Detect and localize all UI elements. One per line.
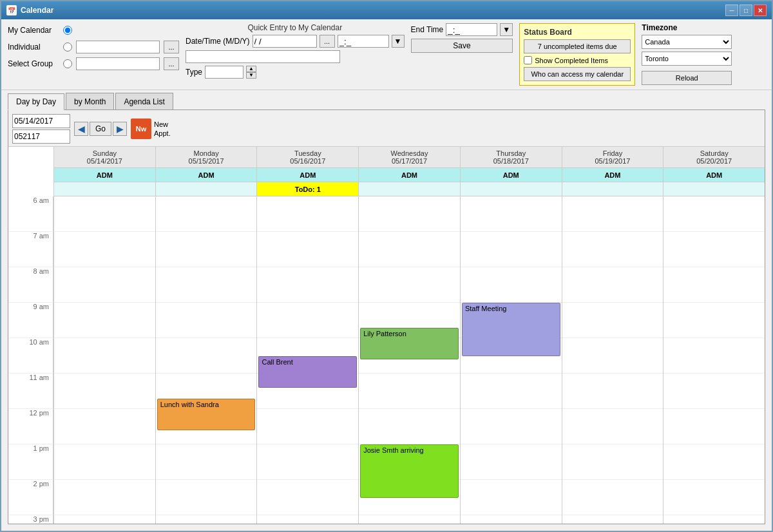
allday-cell-tue-todo[interactable]: ToDo: 1 bbox=[256, 182, 358, 196]
hour-cell-2-9[interactable] bbox=[257, 515, 358, 524]
allday-cell-wed-adm[interactable]: ADM bbox=[358, 168, 460, 182]
my-calendar-radio[interactable] bbox=[63, 26, 72, 35]
hour-cell-5-9[interactable] bbox=[562, 515, 663, 524]
hour-cell-6-0[interactable] bbox=[663, 196, 765, 232]
day-col-5[interactable] bbox=[562, 196, 663, 524]
description-input[interactable] bbox=[186, 50, 340, 63]
hour-cell-0-1[interactable] bbox=[54, 232, 155, 267]
allday-cell-tue-adm[interactable]: ADM bbox=[256, 168, 358, 182]
individual-input[interactable] bbox=[76, 41, 160, 53]
hour-cell-0-7[interactable] bbox=[54, 444, 155, 480]
day-col-0[interactable] bbox=[53, 196, 155, 524]
hour-cell-5-6[interactable] bbox=[562, 409, 663, 444]
hour-cell-1-1[interactable] bbox=[156, 232, 257, 267]
time-dropdown-button[interactable]: ▼ bbox=[392, 35, 405, 48]
hour-cell-2-8[interactable] bbox=[257, 480, 358, 515]
hour-cell-1-7[interactable] bbox=[156, 444, 257, 480]
day-col-3[interactable]: Lily PattersonJosie Smth arriving bbox=[358, 196, 460, 524]
type-down-button[interactable]: ▼ bbox=[246, 72, 256, 79]
end-time-input[interactable] bbox=[446, 23, 497, 36]
hour-cell-2-7[interactable] bbox=[257, 444, 358, 480]
hour-cell-0-6[interactable] bbox=[54, 409, 155, 444]
event-call-brent[interactable]: Call Brent bbox=[258, 356, 357, 388]
hour-cell-1-0[interactable] bbox=[156, 196, 257, 232]
type-input[interactable] bbox=[205, 66, 243, 79]
hour-cell-1-9[interactable] bbox=[156, 515, 257, 524]
close-button[interactable]: ✕ bbox=[754, 5, 767, 16]
day-col-6[interactable] bbox=[663, 196, 765, 524]
hour-cell-6-5[interactable] bbox=[663, 374, 765, 409]
hour-cell-3-0[interactable] bbox=[359, 196, 460, 232]
end-time-dropdown-button[interactable]: ▼ bbox=[500, 23, 513, 36]
hour-cell-5-0[interactable] bbox=[562, 196, 663, 232]
tab-agenda-list[interactable]: Agenda List bbox=[115, 93, 173, 109]
hour-cell-6-7[interactable] bbox=[663, 444, 765, 480]
tab-by-month[interactable]: by Month bbox=[66, 93, 114, 109]
individual-browse-button[interactable]: ... bbox=[164, 41, 179, 53]
event-lunch-sandra[interactable]: Lunch with Sandra bbox=[157, 399, 256, 431]
save-button[interactable]: Save bbox=[411, 39, 513, 53]
hour-cell-5-1[interactable] bbox=[562, 232, 663, 267]
hour-cell-0-2[interactable] bbox=[54, 267, 155, 303]
hour-cell-3-5[interactable] bbox=[359, 374, 460, 409]
allday-cell-sun-adm[interactable]: ADM bbox=[53, 168, 155, 182]
hour-cell-5-4[interactable] bbox=[562, 338, 663, 374]
hour-cell-2-6[interactable] bbox=[257, 409, 358, 444]
maximize-button[interactable]: □ bbox=[740, 5, 752, 16]
tab-day-by-day[interactable]: Day by Day bbox=[8, 93, 64, 110]
hour-cell-2-3[interactable] bbox=[257, 303, 358, 338]
hour-cell-5-7[interactable] bbox=[562, 444, 663, 480]
hour-cell-6-8[interactable] bbox=[663, 480, 765, 515]
hour-cell-1-4[interactable] bbox=[156, 338, 257, 374]
hour-cell-0-3[interactable] bbox=[54, 303, 155, 338]
show-completed-checkbox[interactable] bbox=[524, 56, 532, 64]
event-staff-meeting[interactable]: Staff Meeting bbox=[462, 303, 560, 356]
country-select[interactable]: Canada USA UK bbox=[642, 35, 732, 49]
hour-cell-4-9[interactable] bbox=[461, 515, 562, 524]
minimize-button[interactable]: ─ bbox=[725, 5, 738, 16]
hour-cell-2-1[interactable] bbox=[257, 232, 358, 267]
hour-cell-4-2[interactable] bbox=[461, 267, 562, 303]
city-select[interactable]: Toronto Vancouver Montreal bbox=[642, 52, 732, 66]
allday-cell-fri-adm[interactable]: ADM bbox=[562, 168, 663, 182]
hour-cell-0-4[interactable] bbox=[54, 338, 155, 374]
hour-cell-0-9[interactable] bbox=[54, 515, 155, 524]
hour-cell-1-2[interactable] bbox=[156, 267, 257, 303]
hour-cell-1-8[interactable] bbox=[156, 480, 257, 515]
allday-cell-mon-adm[interactable]: ADM bbox=[155, 168, 257, 182]
hour-cell-4-1[interactable] bbox=[461, 232, 562, 267]
hour-cell-2-0[interactable] bbox=[257, 196, 358, 232]
hour-cell-4-0[interactable] bbox=[461, 196, 562, 232]
hour-cell-0-0[interactable] bbox=[54, 196, 155, 232]
hour-cell-6-1[interactable] bbox=[663, 232, 765, 267]
allday-cell-thu-adm[interactable]: ADM bbox=[460, 168, 562, 182]
hour-cell-4-5[interactable] bbox=[461, 374, 562, 409]
hour-cell-6-4[interactable] bbox=[663, 338, 765, 374]
nav-next-button[interactable]: ▶ bbox=[113, 122, 127, 136]
hour-cell-5-8[interactable] bbox=[562, 480, 663, 515]
time-grid-container[interactable]: 6 am 7 am 8 am 9 am 10 am 11 am 12 pm 1 … bbox=[8, 196, 765, 524]
date-input-1[interactable] bbox=[12, 114, 70, 128]
select-group-radio[interactable] bbox=[63, 59, 72, 68]
hour-cell-2-2[interactable] bbox=[257, 267, 358, 303]
event-lily-patterson[interactable]: Lily Patterson bbox=[360, 328, 459, 360]
select-group-input[interactable] bbox=[76, 57, 160, 70]
hour-cell-6-9[interactable] bbox=[663, 515, 765, 524]
hour-cell-5-5[interactable] bbox=[562, 374, 663, 409]
go-button[interactable]: Go bbox=[90, 122, 111, 136]
select-group-browse-button[interactable]: ... bbox=[164, 57, 179, 70]
hour-cell-5-3[interactable] bbox=[562, 303, 663, 338]
hour-cell-4-8[interactable] bbox=[461, 480, 562, 515]
datetime-input[interactable] bbox=[253, 35, 317, 48]
hour-cell-3-9[interactable] bbox=[359, 515, 460, 524]
day-col-1[interactable]: Lunch with Sandra bbox=[155, 196, 257, 524]
nav-prev-button[interactable]: ◀ bbox=[74, 122, 88, 136]
items-due-button[interactable]: 7 uncompleted items due bbox=[524, 39, 631, 53]
hour-cell-6-6[interactable] bbox=[663, 409, 765, 444]
new-appointment-button[interactable]: Nw New Appt. bbox=[131, 119, 171, 139]
day-col-4[interactable]: Staff Meeting bbox=[460, 196, 562, 524]
reload-button[interactable]: Reload bbox=[642, 71, 732, 85]
type-up-button[interactable]: ▲ bbox=[246, 66, 256, 72]
day-col-2[interactable]: Call Brent bbox=[256, 196, 358, 524]
who-can-access-button[interactable]: Who can access my calendar bbox=[524, 67, 631, 81]
